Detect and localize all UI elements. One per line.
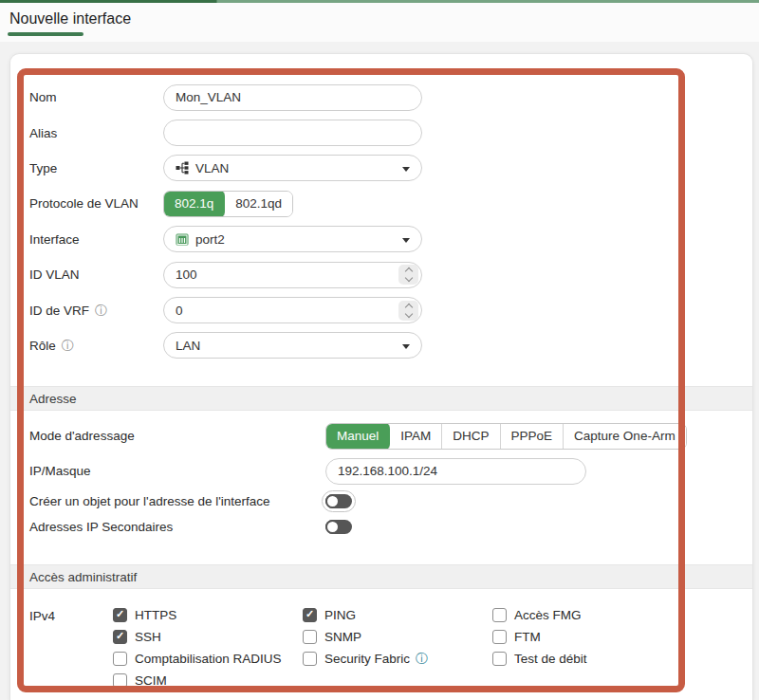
field-row-create-object: Créer un objet pour l'adresse de l'inter… bbox=[29, 488, 752, 514]
checkbox-label: Comptabilisation RADIUS bbox=[135, 652, 282, 666]
checkbox-box-icon[interactable] bbox=[492, 652, 507, 666]
alias-input[interactable] bbox=[163, 120, 422, 146]
mode-pppoe-button[interactable]: PPPoE bbox=[501, 424, 565, 449]
checkbox-box-icon[interactable] bbox=[303, 652, 317, 666]
checkbox-label-text: Security Fabric bbox=[324, 652, 410, 666]
checkbox-fmg-access[interactable]: Accès FMG bbox=[492, 608, 587, 622]
checkbox-security-fabric[interactable]: Security Fabric ⓘ bbox=[303, 652, 492, 666]
vlan-id-stepper[interactable] bbox=[398, 265, 418, 285]
checkbox-box-icon[interactable] bbox=[113, 608, 127, 622]
mode-manuel-button[interactable]: Manuel bbox=[325, 423, 391, 450]
checkbox-box-icon[interactable] bbox=[492, 630, 507, 644]
checkbox-label: SNMP bbox=[324, 630, 361, 644]
toggle-knob bbox=[325, 520, 340, 534]
protocol-8021q-button[interactable]: 802.1q bbox=[163, 191, 226, 217]
secondary-ip-toggle[interactable] bbox=[325, 520, 352, 534]
checkbox-label: HTTPS bbox=[135, 608, 176, 622]
vrf-id-label-text: ID de VRF bbox=[29, 304, 89, 318]
info-icon[interactable]: ⓘ bbox=[62, 340, 74, 352]
checkbox-column-3: Accès FMG FTM Test de débit bbox=[492, 608, 587, 673]
stepper-down-icon[interactable] bbox=[404, 274, 412, 282]
field-row-nom: Nom bbox=[29, 80, 752, 115]
checkbox-ping[interactable]: PING bbox=[303, 608, 492, 622]
checkbox-box-icon[interactable] bbox=[303, 630, 317, 644]
checkbox-box-icon[interactable] bbox=[113, 630, 127, 644]
field-row-vrf-id: ID de VRF ⓘ bbox=[29, 292, 752, 327]
type-dropdown[interactable]: VLAN bbox=[163, 155, 422, 181]
address-fields: Mode d'adressage Manuel IPAM DHCP PPPoE … bbox=[10, 411, 752, 540]
secondary-ip-label: Adresses IP Secondaires bbox=[29, 520, 325, 534]
vrf-id-label: ID de VRF ⓘ bbox=[29, 304, 163, 318]
checkbox-box-icon[interactable] bbox=[113, 673, 127, 688]
toggle-knob bbox=[325, 494, 340, 508]
create-object-toggle[interactable] bbox=[325, 494, 352, 508]
checkbox-scim[interactable]: SCIM bbox=[113, 673, 303, 688]
checkbox-label: SCIM bbox=[135, 673, 167, 688]
checkbox-column-1: HTTPS SSH Comptabilisation RADIUS SCIM bbox=[113, 608, 303, 695]
ethernet-port-icon bbox=[176, 233, 189, 246]
checkbox-ssh[interactable]: SSH bbox=[113, 630, 303, 644]
section-header-admin-access: Accès administratif bbox=[10, 564, 752, 589]
admin-access-grid: IPv4 HTTPS SSH Comptabilisation RADIUS S… bbox=[10, 589, 752, 695]
interface-label: Interface bbox=[29, 232, 163, 247]
protocol-8021qd-button[interactable]: 802.1qd bbox=[225, 192, 292, 216]
tab-bar: Nouvelle interface bbox=[0, 3, 759, 42]
checkbox-label: Test de débit bbox=[514, 652, 587, 666]
info-icon[interactable]: ⓘ bbox=[416, 653, 428, 665]
field-row-ip-mask: IP/Masque bbox=[29, 453, 752, 488]
role-dropdown[interactable]: LAN bbox=[163, 332, 422, 359]
nom-input[interactable] bbox=[163, 84, 422, 111]
form-card: Nom Alias Type VLAN bbox=[9, 53, 753, 700]
vlan-protocol-label: Protocole de VLAN bbox=[29, 196, 163, 211]
vrf-id-stepper[interactable] bbox=[398, 301, 418, 321]
alias-label: Alias bbox=[29, 126, 163, 140]
checkbox-box-icon[interactable] bbox=[492, 608, 507, 622]
vlan-id-field bbox=[163, 262, 422, 288]
checkbox-label: FTM bbox=[514, 630, 541, 644]
mode-dhcp-button[interactable]: DHCP bbox=[442, 424, 500, 449]
checkbox-snmp[interactable]: SNMP bbox=[303, 630, 492, 644]
checkbox-https[interactable]: HTTPS bbox=[113, 608, 303, 622]
tab-nouvelle-interface[interactable]: Nouvelle interface bbox=[9, 10, 131, 28]
addressing-mode-segment: Manuel IPAM DHCP PPPoE Capture One-Arm bbox=[325, 423, 687, 450]
role-label: Rôle ⓘ bbox=[29, 339, 163, 353]
addressing-mode-label: Mode d'adressage bbox=[29, 429, 325, 443]
checkbox-ftm[interactable]: FTM bbox=[492, 630, 587, 644]
info-icon[interactable]: ⓘ bbox=[95, 304, 107, 317]
mode-ipam-button[interactable]: IPAM bbox=[390, 424, 442, 449]
checkbox-label: Accès FMG bbox=[514, 608, 582, 622]
checkbox-radius-accounting[interactable]: Comptabilisation RADIUS bbox=[113, 652, 303, 666]
chevron-down-icon bbox=[402, 238, 410, 243]
ipv4-label: IPv4 bbox=[29, 608, 113, 623]
field-row-vlan-id: ID VLAN bbox=[29, 257, 752, 292]
stepper-down-icon[interactable] bbox=[404, 309, 412, 317]
section-title: Accès administratif bbox=[29, 570, 137, 584]
vlan-id-label: ID VLAN bbox=[29, 267, 163, 282]
mode-capture-one-arm-button[interactable]: Capture One-Arm bbox=[564, 424, 686, 449]
field-row-secondary-ip: Adresses IP Secondaires bbox=[29, 514, 752, 540]
chevron-down-icon bbox=[402, 167, 410, 172]
ip-mask-label: IP/Masque bbox=[29, 464, 325, 478]
vlan-id-input[interactable] bbox=[163, 262, 422, 288]
checkbox-box-icon[interactable] bbox=[113, 652, 127, 666]
section-header-adresse: Adresse bbox=[10, 386, 752, 411]
vrf-id-input[interactable] bbox=[163, 297, 422, 323]
vrf-id-field bbox=[163, 297, 422, 323]
checkbox-speed-test[interactable]: Test de débit bbox=[492, 652, 587, 666]
checkbox-label: PING bbox=[324, 608, 356, 622]
vlan-protocol-segment: 802.1q 802.1qd bbox=[163, 191, 293, 217]
field-row-vlan-protocol: Protocole de VLAN 802.1q 802.1qd bbox=[29, 186, 752, 221]
field-row-alias: Alias bbox=[29, 115, 752, 150]
tab-title: Nouvelle interface bbox=[9, 10, 131, 27]
type-value: VLAN bbox=[195, 161, 229, 175]
field-row-role: Rôle ⓘ LAN bbox=[29, 328, 752, 363]
checkbox-label: SSH bbox=[135, 630, 161, 644]
create-object-label: Créer un objet pour l'adresse de l'inter… bbox=[29, 494, 325, 508]
interface-dropdown[interactable]: port2 bbox=[163, 226, 422, 252]
type-label: Type bbox=[29, 161, 163, 175]
ip-mask-input[interactable] bbox=[325, 458, 586, 485]
tab-active-indicator bbox=[8, 32, 83, 36]
chevron-down-icon bbox=[402, 344, 410, 349]
general-fields: Nom Alias Type VLAN bbox=[10, 54, 752, 363]
checkbox-box-icon[interactable] bbox=[303, 608, 317, 622]
